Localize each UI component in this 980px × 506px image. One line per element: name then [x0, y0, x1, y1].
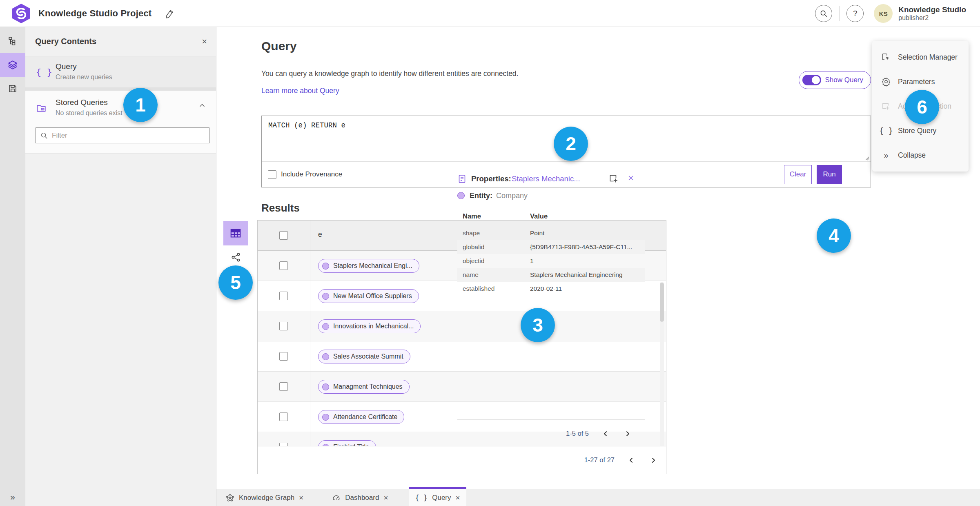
column-divider — [310, 372, 310, 401]
stored-queries-folder-icon — [36, 103, 47, 114]
include-provenance-label: Include Provenance — [281, 170, 342, 178]
topbar-divider — [839, 6, 840, 21]
selection-manager-icon — [881, 52, 891, 62]
tab-dashboard[interactable]: Dashboard × — [326, 489, 394, 506]
row-checkbox[interactable] — [279, 352, 288, 361]
contents-rail-button-active[interactable] — [0, 53, 25, 77]
property-name: globalid — [457, 243, 525, 251]
save-icon — [8, 84, 18, 94]
query-item-label: Query — [56, 62, 206, 71]
row-checkbox[interactable] — [279, 322, 288, 330]
entity-dot-icon — [322, 293, 329, 300]
row-checkbox[interactable] — [279, 382, 288, 391]
show-query-toggle[interactable]: Show Query — [799, 71, 871, 89]
row-checkbox[interactable] — [279, 292, 288, 300]
callout-badge-1: 1 — [123, 88, 158, 122]
user-block[interactable]: Knowledge Studio publisher2 — [898, 5, 966, 22]
entity-dot-icon — [322, 323, 329, 330]
add-to-selection-icon[interactable] — [608, 173, 619, 184]
row-checkbox[interactable] — [279, 412, 288, 421]
close-tab-icon[interactable]: × — [383, 494, 388, 502]
selected-entity-link[interactable]: Staplers Mechanic... — [512, 174, 580, 183]
search-button[interactable] — [815, 5, 832, 22]
property-name: shape — [457, 230, 525, 237]
close-tab-icon[interactable]: × — [456, 494, 460, 502]
filter-input[interactable] — [52, 132, 199, 140]
entity-chip[interactable]: New Metal Office Suppliers — [318, 289, 419, 303]
link-chart-view-button[interactable] — [231, 252, 241, 263]
tab-knowledge-graph[interactable]: Knowledge Graph × — [220, 489, 310, 506]
query-contents-header: Query Contents × — [25, 27, 216, 56]
property-value: {5D9B4713-F98D-4A53-A59F-C11... — [525, 243, 645, 251]
learn-more-link[interactable]: Learn more about Query — [261, 87, 339, 95]
property-row[interactable]: objectid 1 — [457, 254, 645, 268]
callout-badge-5: 5 — [218, 265, 253, 300]
edit-title-pencil-icon[interactable] — [165, 9, 175, 18]
dashboard-gauge-icon — [332, 493, 341, 502]
menu-item-label: Selection Manager — [898, 53, 958, 62]
user-name-label: publisher2 — [898, 14, 966, 22]
callout-badge-4: 4 — [817, 218, 851, 253]
avatar[interactable]: KS — [874, 4, 893, 23]
entity-chip[interactable]: Attendance Certificate — [318, 410, 404, 424]
callout-badge-2: 2 — [554, 127, 588, 161]
results-scrollbar — [660, 282, 664, 446]
property-row[interactable]: name Staplers Mechanical Engineering — [457, 268, 645, 282]
toggle-knob — [812, 76, 820, 84]
clear-button[interactable]: Clear — [784, 165, 812, 184]
entity-chip[interactable]: Innovations in Mechanical... — [318, 319, 421, 333]
entity-chip[interactable]: Firebird Title — [318, 440, 376, 446]
collapse-section-chevron-icon[interactable] — [198, 101, 206, 109]
column-divider — [310, 251, 310, 281]
properties-prev-page-icon[interactable] — [600, 428, 611, 439]
properties-pagination: 1-5 of 5 — [457, 419, 645, 447]
entity-chip-label: Attendance Certificate — [333, 413, 397, 421]
entity-type-row: Entity: Company — [457, 191, 645, 203]
layers-icon — [7, 60, 18, 70]
expand-rail-button[interactable]: » — [0, 492, 25, 502]
entity-dot-icon — [457, 192, 465, 199]
run-button[interactable]: Run — [817, 165, 842, 184]
resize-grip-icon[interactable] — [865, 156, 869, 160]
top-bar: Knowledge Studio Project ? KS Knowledge … — [0, 0, 980, 27]
active-tab-indicator — [409, 487, 466, 489]
properties-next-page-icon[interactable] — [622, 428, 633, 439]
entity-chip-label: Innovations in Mechanical... — [333, 323, 414, 330]
data-model-rail-button[interactable] — [0, 29, 25, 53]
toggle-track — [802, 75, 821, 85]
contents-item-stored-queries[interactable]: Stored Queries No stored queries exist — [25, 91, 216, 154]
menu-item-selection-manager[interactable]: Selection Manager — [872, 45, 969, 69]
entity-chip[interactable]: Managment Techniques — [318, 380, 410, 394]
row-checkbox[interactable] — [279, 261, 288, 270]
close-tab-icon[interactable]: × — [299, 494, 303, 502]
close-properties-icon[interactable]: × — [628, 173, 634, 183]
results-next-page-icon[interactable] — [648, 455, 659, 466]
entity-chip[interactable]: Staplers Mechanical Engi... — [318, 259, 419, 273]
menu-item-collapse[interactable]: » Collapse — [872, 143, 969, 167]
property-name: name — [457, 271, 525, 279]
column-divider — [310, 281, 310, 311]
app-logo-icon[interactable] — [11, 3, 32, 24]
property-value: 2020-02-11 — [525, 285, 645, 292]
tab-label: Query — [432, 494, 451, 502]
tab-query-active[interactable]: { } Query × — [409, 489, 466, 506]
select-all-checkbox[interactable] — [279, 231, 288, 240]
contents-item-query[interactable]: { } Query Create new queries — [25, 56, 216, 91]
property-row[interactable]: shape Point — [457, 226, 645, 240]
entity-chip[interactable]: Sales Associate Summit — [318, 350, 410, 363]
help-button[interactable]: ? — [846, 5, 864, 22]
table-view-button-active[interactable] — [223, 221, 248, 245]
properties-header: Properties: Staplers Mechanic... × — [457, 173, 645, 185]
entity-chip-label: Sales Associate Summit — [333, 353, 403, 360]
callout-badge-6: 6 — [905, 90, 939, 124]
query-item-description: Create new queries — [56, 74, 206, 81]
results-scrollbar-thumb[interactable] — [660, 283, 664, 322]
property-row[interactable]: globalid {5D9B4713-F98D-4A53-A59F-C11... — [457, 240, 645, 254]
property-row[interactable]: established 2020-02-11 — [457, 282, 645, 296]
close-contents-icon[interactable]: × — [202, 37, 207, 46]
save-rail-button[interactable] — [0, 77, 25, 100]
braces-icon: { } — [415, 494, 428, 502]
entity-dot-icon — [322, 353, 329, 360]
include-provenance-checkbox[interactable] — [268, 170, 276, 179]
entity-type-value: Company — [496, 192, 528, 200]
